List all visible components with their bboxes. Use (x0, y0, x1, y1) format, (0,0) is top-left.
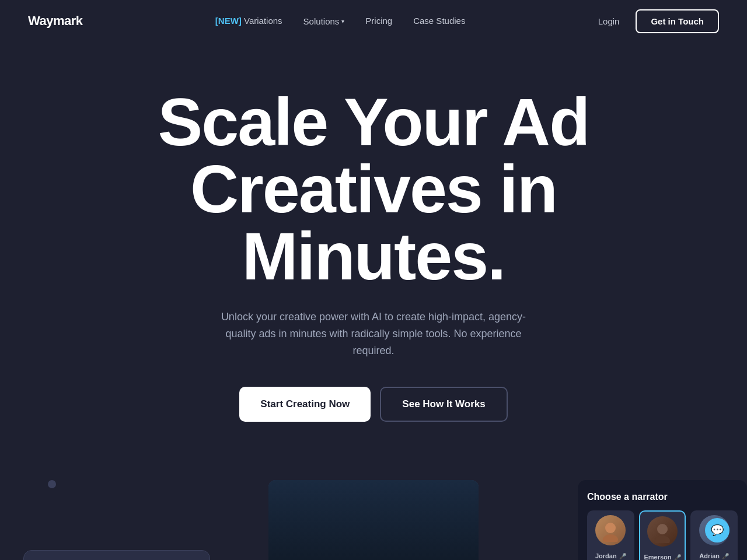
hero-title-line3: Minutes. (242, 219, 505, 293)
narrator-avatar-emerson (640, 512, 685, 551)
nav-links: [NEW] Variations Solutions ▾ Pricing Cas… (215, 16, 466, 26)
variations-label: Variations (244, 16, 282, 26)
hero-title: Scale Your Ad Creatives in Minutes. (158, 89, 589, 290)
narrator-name-jordan: Jordan 🎤 (587, 550, 634, 560)
narrator-avatar-jordan (587, 510, 634, 550)
hero-title-line2: Creatives in (190, 152, 557, 226)
nav-item-case-studies[interactable]: Case Studies (413, 16, 465, 26)
narrator-card-emerson[interactable]: Emerson 🎤 (639, 510, 686, 560)
mic-icon-emerson: 🎤 (674, 554, 681, 560)
narrator-name-emerson: Emerson 🎤 (640, 551, 685, 560)
narrator-name-adrian: Adrian 🎤 (690, 550, 738, 560)
brand-card[interactable]: + Choose a brand Brand your video in sec… (23, 550, 210, 560)
avatar-jordan (595, 515, 626, 545)
nav-item-solutions[interactable]: Solutions ▾ (303, 16, 345, 26)
solutions-label: Solutions (303, 16, 340, 26)
avatar-emerson (647, 516, 678, 547)
login-link[interactable]: Login (598, 16, 620, 26)
dot-left (48, 480, 56, 488)
nav-item-pricing[interactable]: Pricing (365, 16, 392, 26)
hero-section: Scale Your Ad Creatives in Minutes. Unlo… (0, 42, 747, 457)
logo[interactable]: Waymark (28, 13, 83, 29)
mic-icon-adrian: 🎤 (722, 553, 729, 559)
svg-point-0 (605, 523, 616, 533)
nav-right: Login Get in Touch (598, 9, 719, 33)
chat-icon: 💬 (711, 524, 724, 537)
nav-item-variations[interactable]: [NEW] Variations (215, 16, 282, 26)
navbar: Waymark [NEW] Variations Solutions ▾ Pri… (0, 0, 747, 42)
hero-buttons: Start Creating Now See How It Works (239, 387, 507, 422)
svg-point-2 (657, 524, 668, 534)
chat-bubble[interactable]: 💬 (705, 518, 729, 542)
preview-area: + Choose a brand Brand your video in sec… (0, 480, 747, 560)
narrator-card-jordan[interactable]: Jordan 🎤 (587, 510, 634, 560)
get-in-touch-button[interactable]: Get in Touch (636, 9, 719, 33)
chevron-down-icon: ▾ (341, 18, 344, 24)
narrator-panel-title: Choose a narrator (587, 492, 738, 502)
new-badge: [NEW] (215, 16, 242, 26)
svg-point-3 (655, 536, 670, 543)
start-creating-button[interactable]: Start Creating Now (239, 387, 371, 422)
video-preview (268, 480, 479, 560)
mic-icon-jordan: 🎤 (619, 553, 626, 559)
hero-title-line1: Scale Your Ad (158, 85, 589, 159)
hero-subtitle: Unlock your creative power with AI to cr… (216, 309, 531, 359)
svg-point-1 (603, 534, 618, 542)
see-how-it-works-button[interactable]: See How It Works (380, 387, 507, 422)
